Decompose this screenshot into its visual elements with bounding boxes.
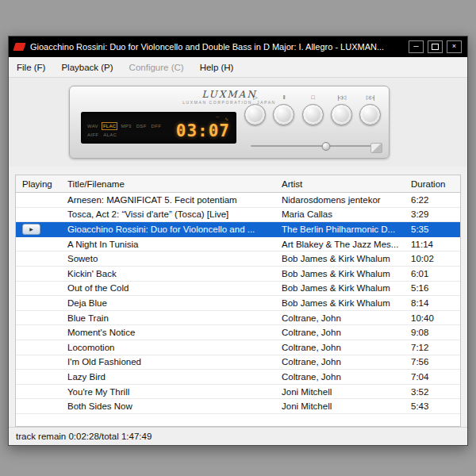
cell-duration: 7:04	[405, 372, 460, 382]
cell-artist: Coltrane, John	[275, 372, 405, 382]
playing-indicator-cell: ▶	[16, 223, 61, 235]
column-header-playing: Playing	[16, 179, 61, 189]
cell-artist: Maria Callas	[275, 209, 405, 219]
cell-artist: Coltrane, John	[275, 343, 405, 352]
now-playing-badge: ▶	[22, 224, 40, 235]
cell-duration: 6:22	[405, 195, 460, 205]
stop-icon: □	[302, 94, 324, 102]
format-label-alac: ALAC	[102, 132, 117, 138]
pause-button[interactable]	[273, 104, 294, 125]
player-area: LUXMAN LUXMAN CORPORATION, JAPAN WAVFLAC…	[9, 78, 467, 167]
cell-duration: 10:40	[405, 313, 460, 323]
cell-duration: 8:14	[405, 298, 460, 308]
column-header-title: Title/Filename	[61, 179, 275, 189]
cell-artist: The Berlin Philharmonic D...	[275, 225, 405, 234]
format-label-dsf: DSF	[136, 123, 148, 129]
playlist-row[interactable]: Kickin' BackBob James & Kirk Whalum6:01	[16, 267, 460, 282]
cell-title: Out of the Cold	[61, 283, 275, 293]
cell-artist: Art Blakey & The Jazz Mes...	[275, 240, 405, 249]
playlist-row[interactable]: Moment's NoticeColtrane, John9:08	[16, 325, 460, 340]
next-button[interactable]	[359, 104, 381, 125]
menu-help[interactable]: Help (H)	[200, 63, 234, 72]
menu-playback[interactable]: Playback (P)	[61, 63, 113, 72]
cell-duration: 7:56	[405, 357, 460, 367]
playlist-row[interactable]: Blue TrainColtrane, John10:40	[16, 311, 460, 326]
cell-duration: 6:01	[405, 269, 460, 278]
cell-artist: Coltrane, John	[275, 357, 405, 367]
menu-file[interactable]: File (F)	[17, 63, 45, 72]
previous-button[interactable]	[331, 104, 352, 125]
cell-duration: 10:02	[405, 254, 460, 263]
cell-artist: Coltrane, John	[275, 313, 405, 323]
cell-artist: Bob James & Kirk Whalum	[275, 298, 405, 308]
format-label-aiff: AIFF	[86, 132, 99, 138]
playlist-row[interactable]: Out of the ColdBob James & Kirk Whalum5:…	[16, 282, 460, 297]
cell-duration: 7:12	[405, 343, 460, 352]
cell-duration: 5:43	[405, 401, 460, 411]
seek-slider-track	[251, 145, 374, 147]
cell-duration: 9:08	[405, 328, 460, 337]
cell-title: Both Sides Now	[61, 401, 275, 411]
playlist-row[interactable]: A Night In TunisiaArt Blakey & The Jazz …	[16, 237, 460, 252]
lcd-formats-top: WAVFLACMP3DSFDFF	[86, 123, 162, 129]
transport: ▷‖□|◁◁▷▷|	[244, 94, 381, 125]
stop-button[interactable]	[302, 104, 324, 125]
play-icon: ▷	[244, 94, 266, 102]
cell-title: A Night In Tunisia	[61, 240, 275, 249]
status-text: track remain 0:02:28/total 1:47:49	[16, 432, 152, 441]
cell-title: Locomotion	[61, 343, 275, 352]
pause-icon: ‖	[273, 94, 294, 102]
window-title: Gioacchino Rossini: Duo for Violoncello …	[30, 42, 403, 52]
seek-slider-thumb[interactable]	[322, 142, 331, 151]
playlist-row[interactable]: ▶Gioacchino Rossini: Duo for Violoncello…	[16, 222, 460, 237]
playlist-row[interactable]: Both Sides NowJoni Mitchell5:43	[16, 399, 460, 414]
cell-duration: 11:14	[405, 240, 460, 249]
cell-title: Blue Train	[61, 313, 275, 323]
cell-title: Arnesen: MAGNIFICAT 5. Fecit potentiam	[61, 195, 275, 205]
playlist: Playing Title/Filename Artist Duration A…	[15, 175, 461, 427]
format-label-flac: FLAC	[102, 123, 117, 129]
format-label-wav: WAV	[86, 123, 99, 129]
cell-duration: 3:29	[405, 209, 460, 219]
app-window: Gioacchino Rossini: Duo for Violoncello …	[8, 36, 468, 446]
cell-artist: Nidarosdomens jentekor	[275, 195, 405, 205]
cell-title: Moment's Notice	[61, 328, 275, 337]
play-button[interactable]	[244, 104, 266, 125]
cell-artist: Joni Mitchell	[275, 387, 405, 397]
cell-artist: Coltrane, John	[275, 328, 405, 337]
title-bar: Gioacchino Rossini: Duo for Violoncello …	[9, 36, 467, 57]
playlist-row[interactable]: SowetoBob James & Kirk Whalum10:02	[16, 251, 460, 267]
playlist-header: Playing Title/Filename Artist Duration	[16, 175, 460, 193]
previous-icon: |◁◁	[331, 94, 352, 102]
close-button[interactable]: ×	[447, 40, 462, 53]
playlist-row[interactable]: Tosca, Act 2: “Vissi d'arte” (Tosca) [Li…	[16, 208, 460, 223]
format-label-dff: DFF	[151, 123, 163, 129]
cell-title: Lazy Bird	[61, 372, 275, 382]
cell-duration: 3:52	[405, 387, 460, 397]
playlist-row[interactable]: I'm Old FashionedColtrane, John7:56	[16, 355, 460, 370]
play-triangle-icon: ▶	[29, 227, 33, 232]
cell-title: Tosca, Act 2: “Vissi d'arte” (Tosca) [Li…	[61, 209, 275, 219]
maximize-button[interactable]	[428, 40, 443, 53]
playlist-row[interactable]: Arnesen: MAGNIFICAT 5. Fecit potentiamNi…	[16, 193, 460, 208]
minimize-button[interactable]: ─	[409, 40, 424, 53]
cell-duration: 5:35	[405, 225, 460, 234]
playlist-body: Arnesen: MAGNIFICAT 5. Fecit potentiamNi…	[16, 193, 460, 414]
playlist-row[interactable]: Lazy BirdColtrane, John7:04	[16, 370, 460, 385]
cell-artist: Bob James & Kirk Whalum	[275, 283, 405, 293]
status-bar: track remain 0:02:28/total 1:47:49	[9, 427, 467, 445]
cell-artist: Bob James & Kirk Whalum	[275, 254, 405, 263]
maximize-icon	[432, 44, 439, 50]
menu-configure[interactable]: Configure (C)	[129, 63, 184, 72]
seek-slider[interactable]	[251, 142, 374, 151]
menu-bar: File (F)Playback (P)Configure (C)Help (H…	[9, 57, 467, 78]
playlist-row[interactable]: Deja BlueBob James & Kirk Whalum8:14	[16, 296, 460, 311]
playlist-row[interactable]: LocomotionColtrane, John7:12	[16, 340, 460, 355]
cell-duration: 5:16	[405, 283, 460, 293]
cell-title: Kickin' Back	[61, 269, 275, 278]
lcd-indicator-icons: ⌒ ∿	[215, 117, 230, 121]
cell-title: Deja Blue	[61, 298, 275, 308]
playlist-row[interactable]: You're My ThrillJoni Mitchell3:52	[16, 385, 460, 400]
cell-title: Soweto	[61, 254, 275, 263]
cell-title: Gioacchino Rossini: Duo for Violoncello …	[61, 225, 275, 234]
